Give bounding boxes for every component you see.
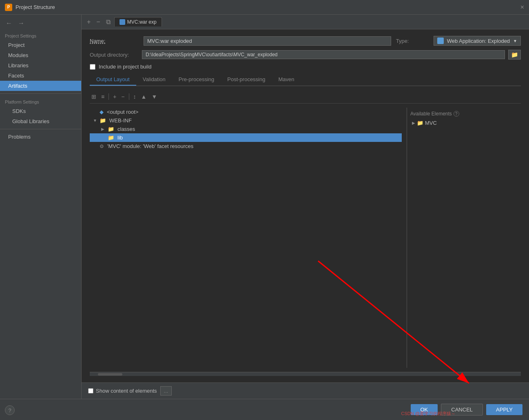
toolbar-separator-2: [129, 93, 129, 100]
help-button[interactable]: ?: [5, 405, 15, 415]
artifact-tab-icon: [120, 19, 125, 25]
name-row: Name: Type: Web Application: Exploded ▼: [90, 36, 521, 46]
artifact-panel: Name: Type: Web Application: Exploded ▼ …: [82, 29, 529, 382]
sidebar-item-label: Global Libraries: [12, 118, 49, 124]
tab-post-processing[interactable]: Post-processing: [221, 74, 272, 86]
layout-toolbar: ⊞ ≡ + − ↕ ▲ ▼: [90, 90, 521, 104]
available-elements-panel: Available Elements ? ▶ 📁 MVC: [407, 108, 521, 368]
tree-item-output-root[interactable]: ◆ <output root>: [90, 108, 402, 116]
copy-artifact-button[interactable]: ⧉: [104, 18, 113, 27]
output-dir-row: Output directory: 📁: [90, 50, 521, 60]
scroll-track: [90, 373, 521, 376]
type-dropdown[interactable]: Web Application: Exploded ▼: [434, 36, 521, 46]
tree-arrow: ▶: [101, 127, 106, 131]
add-artifact-button[interactable]: +: [85, 18, 93, 27]
show-content-checkbox[interactable]: [88, 388, 93, 393]
artifact-tab-bar: + − ⧉ MVC:war exp: [82, 15, 529, 29]
sidebar-item-problems[interactable]: Problems: [0, 132, 81, 142]
tree-item-label: lib: [117, 135, 123, 141]
sidebar-item-label: Artifacts: [8, 83, 27, 89]
sidebar: ← → Project Settings Project Modules Lib…: [0, 15, 82, 399]
close-button[interactable]: ×: [520, 4, 524, 11]
tree-item-label: classes: [117, 126, 135, 132]
tree-view-button[interactable]: ≡: [100, 93, 106, 101]
show-content-label: Show content of elements: [96, 388, 157, 394]
ok-button[interactable]: OK: [411, 404, 438, 415]
nav-back-button[interactable]: ←: [4, 19, 14, 28]
tree-item-classes[interactable]: ▶ 📁 classes: [90, 125, 402, 133]
title-bar: P Project Structure ×: [0, 0, 529, 15]
sidebar-item-artifacts[interactable]: Artifacts: [0, 81, 81, 91]
nav-forward-button[interactable]: →: [16, 19, 26, 28]
layout-tree: ◆ <output root> ▼ 📁 WEB-INF ▶ 📁 classes: [90, 108, 402, 368]
sidebar-item-libraries[interactable]: Libraries: [0, 60, 81, 71]
diamond-icon: ◆: [100, 109, 104, 115]
compact-view-button[interactable]: ⊞: [90, 93, 98, 101]
sidebar-item-facets[interactable]: Facets: [0, 71, 81, 81]
window-title: Project Structure: [15, 4, 55, 10]
type-value: Web Application: Exploded: [447, 38, 510, 44]
browse-button[interactable]: 📁: [508, 50, 521, 60]
tree-arrow: ▼: [93, 118, 98, 123]
include-build-row: Include in project build: [90, 64, 521, 70]
tab-output-layout[interactable]: Output Layout: [90, 74, 136, 86]
module-icon: ⚙: [100, 144, 104, 149]
available-elements-title: Available Elements ?: [410, 111, 518, 117]
layout-split: ◆ <output root> ▼ 📁 WEB-INF ▶ 📁 classes: [90, 108, 521, 368]
remove-artifact-button[interactable]: −: [94, 18, 102, 27]
sidebar-item-label: Project: [8, 42, 24, 48]
sidebar-item-label: Facets: [8, 73, 24, 79]
type-label: Type:: [396, 38, 429, 44]
inner-tabs: Output Layout Validation Pre-processing …: [90, 74, 521, 86]
chevron-down-icon: ▼: [513, 39, 517, 43]
scroll-thumb[interactable]: [98, 373, 122, 376]
tree-item-lib[interactable]: 📁 lib: [90, 133, 402, 142]
tree-item-label: 'MVC' module: 'Web' facet resources: [107, 143, 193, 149]
apply-button[interactable]: APPLY: [486, 404, 522, 415]
type-icon: [437, 38, 444, 44]
remove-element-button[interactable]: −: [120, 93, 126, 101]
footer: OK CANCEL APPLY: [0, 399, 529, 420]
project-settings-label: Project Settings: [0, 30, 81, 40]
move-down-button[interactable]: ▼: [150, 93, 159, 101]
tree-item-label: <output root>: [107, 109, 138, 115]
sidebar-item-global-libraries[interactable]: Global Libraries: [0, 116, 81, 126]
sidebar-item-sdks[interactable]: SDKs: [0, 106, 81, 116]
avail-folder-icon: 📁: [417, 120, 423, 126]
sidebar-divider-2: [0, 129, 81, 129]
toolbar-separator: [108, 93, 109, 100]
folder-icon: 📁: [108, 135, 114, 141]
tab-pre-processing[interactable]: Pre-processing: [172, 74, 221, 86]
sidebar-item-label: Libraries: [8, 62, 29, 69]
tab-maven[interactable]: Maven: [272, 74, 301, 86]
tab-validation[interactable]: Validation: [136, 74, 172, 86]
artifact-tab-label: MVC:war exp: [127, 19, 157, 25]
move-up-button[interactable]: ▲: [139, 93, 148, 101]
output-dir-label: Output directory:: [90, 52, 139, 58]
tree-item-web-inf[interactable]: ▼ 📁 WEB-INF: [90, 116, 402, 125]
folder-icon: 📁: [108, 126, 114, 132]
cancel-button[interactable]: CANCEL: [441, 404, 483, 416]
sidebar-item-label: Modules: [8, 52, 28, 58]
avail-arrow: ▶: [412, 121, 415, 125]
horizontal-scroll: [90, 372, 521, 376]
sidebar-nav: ← →: [0, 16, 81, 30]
name-input[interactable]: [144, 36, 391, 46]
tree-item-mvc-module[interactable]: ⚙ 'MVC' module: 'Web' facet resources: [90, 142, 402, 150]
sort-button[interactable]: ↕: [132, 93, 138, 101]
show-content-row: Show content of elements: [88, 388, 157, 394]
more-options-button[interactable]: ...: [160, 386, 172, 396]
output-dir-input[interactable]: [142, 50, 505, 59]
available-elements-help-icon[interactable]: ?: [454, 111, 459, 117]
name-label: Name:: [90, 38, 139, 44]
bottom-bar: Show content of elements ...: [82, 382, 529, 399]
folder-icon: 📁: [100, 117, 106, 124]
include-build-checkbox[interactable]: [90, 64, 95, 70]
add-element-button[interactable]: +: [111, 93, 118, 101]
avail-item-label: MVC: [425, 120, 437, 126]
avail-tree-item-mvc[interactable]: ▶ 📁 MVC: [410, 119, 518, 127]
artifact-tab[interactable]: MVC:war exp: [114, 17, 162, 27]
sidebar-item-project[interactable]: Project: [0, 40, 81, 50]
sidebar-item-label: SDKs: [12, 108, 26, 114]
sidebar-item-modules[interactable]: Modules: [0, 50, 81, 60]
